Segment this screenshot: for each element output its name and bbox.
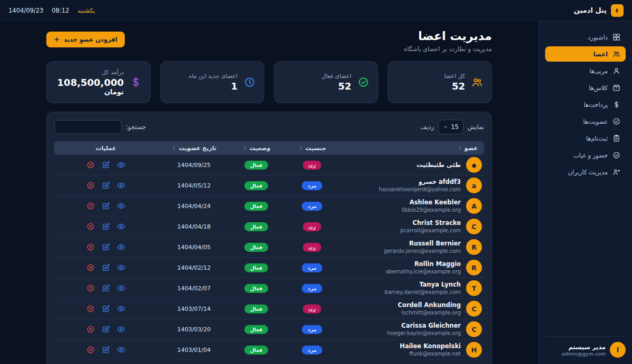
row-actions	[54, 325, 157, 333]
row-actions	[54, 304, 157, 313]
edit-icon[interactable]	[102, 202, 110, 210]
member-text: Hailee Konopelskiffunk@example.net	[400, 342, 461, 357]
eye-icon[interactable]	[117, 161, 125, 169]
delete-icon[interactable]	[86, 222, 95, 231]
sidebar-item[interactable]: حضور و غیاب	[545, 147, 626, 163]
page-size-select[interactable]: 15	[438, 120, 463, 134]
status-cell: فعال	[231, 222, 282, 231]
page-size-value: 15	[451, 123, 459, 131]
member-avatar: H	[466, 342, 482, 358]
show-label: نمایش	[468, 123, 484, 131]
column-header[interactable]: عضو	[342, 145, 484, 152]
rows-label: ردیف	[420, 123, 434, 131]
delete-icon[interactable]	[86, 161, 95, 169]
eye-icon[interactable]	[117, 325, 125, 333]
delete-icon[interactable]	[86, 181, 95, 190]
delete-icon[interactable]	[86, 202, 95, 210]
sort-icon	[298, 145, 303, 151]
eye-icon[interactable]	[117, 202, 125, 210]
date-label: 1404/09/23	[8, 7, 43, 14]
status-badge: فعال	[244, 202, 268, 211]
registrations-icon	[613, 134, 620, 142]
member-name: Ashlee Keebler	[401, 199, 461, 206]
sidebar-item[interactable]: ثبت‌نام‌ها	[545, 131, 626, 146]
eye-icon[interactable]	[117, 181, 125, 190]
member-email: pcarroll@example.com	[400, 227, 461, 234]
row-actions	[54, 243, 157, 251]
classes-icon	[613, 84, 620, 92]
member-text: Rollin Maggioabernathy.icie@example.org	[386, 260, 461, 275]
delete-icon[interactable]	[86, 325, 95, 333]
edit-icon[interactable]	[102, 346, 110, 354]
eye-icon[interactable]	[117, 304, 125, 313]
row-actions	[54, 161, 157, 169]
eye-icon[interactable]	[117, 263, 125, 272]
sidebar-item[interactable]: پرداخت‌ها	[545, 97, 626, 112]
member-text: Ashlee Keeblerlibbie29@example.org	[401, 199, 461, 213]
stat-unit: تومان	[57, 88, 124, 96]
member-name: Carissa Gleichner	[387, 322, 461, 330]
row-actions	[54, 181, 157, 190]
edit-icon[interactable]	[102, 161, 110, 169]
stat-card: کل اعضا52	[388, 61, 492, 103]
edit-icon[interactable]	[102, 304, 110, 313]
edit-icon[interactable]	[102, 243, 110, 251]
sidebar-item[interactable]: مدیریت کاربران	[545, 164, 626, 180]
members-icon	[613, 50, 620, 58]
stat-value: 108,500,000	[57, 77, 124, 88]
eye-icon[interactable]	[117, 284, 125, 292]
stat-label: اعضای فعال	[321, 73, 351, 80]
edit-icon[interactable]	[102, 325, 110, 333]
delete-icon[interactable]	[86, 284, 95, 292]
sidebar-item[interactable]: اعضا	[545, 46, 626, 62]
edit-icon[interactable]	[102, 263, 110, 272]
member-cell: ◆طئی طئیطئیت	[342, 157, 484, 173]
edit-icon[interactable]	[102, 222, 110, 231]
page-subtitle: مدیریت و نظارت بر اعضای باشگاه	[404, 45, 492, 53]
add-member-button[interactable]: افزودن عضو جدید	[46, 32, 125, 47]
stat-card: درآمد کل108,500,000تومان	[46, 61, 151, 103]
page-title: مدیریت اعضا	[404, 29, 492, 43]
edit-icon[interactable]	[102, 181, 110, 190]
sidebar-item[interactable]: کلاس‌ها	[545, 80, 626, 95]
sidebar-user-card[interactable]: ا مدیر سیستم admin@gym.com	[545, 336, 626, 358]
gender-cell: مرد	[282, 284, 342, 293]
eye-icon[interactable]	[117, 346, 125, 354]
gender-badge: مرد	[302, 325, 322, 334]
column-header[interactable]: تاریخ عضویت	[157, 145, 231, 152]
edit-icon[interactable]	[102, 284, 110, 292]
stat-text: اعضای فعال52	[321, 73, 351, 92]
plus-icon	[54, 36, 60, 43]
member-email: barney.daniel@example.com	[384, 289, 461, 296]
dashboard-icon	[613, 33, 620, 41]
member-cell: CCordell Ankundinglschmitt@example.org	[342, 301, 484, 317]
dollar-icon	[130, 76, 142, 88]
status-cell: فعال	[231, 304, 282, 313]
member-text: Cordell Ankundinglschmitt@example.org	[398, 301, 461, 316]
join-date: 1403/07/14	[157, 306, 231, 312]
delete-icon[interactable]	[86, 243, 95, 251]
table-row: TTanya Lynchbarney.daniel@example.comمرد…	[54, 278, 484, 299]
sort-icon	[171, 145, 176, 151]
sidebar-item[interactable]: عضویت‌ها	[545, 114, 626, 129]
delete-icon[interactable]	[86, 263, 95, 272]
member-cell: aafddf3 خسروhassankhosrojerdi@yahoo.com	[342, 178, 484, 193]
stat-value: 52	[444, 81, 465, 92]
delete-icon[interactable]	[86, 346, 95, 354]
column-header[interactable]: جنسیت	[282, 145, 342, 152]
sidebar-item[interactable]: داشبورد	[545, 29, 626, 45]
sidebar-item[interactable]: مربی‌ها	[545, 63, 626, 78]
member-cell: RRussell Berniergerardo.jones@example.co…	[342, 239, 484, 255]
eye-icon[interactable]	[117, 222, 125, 231]
sort-icon	[457, 145, 462, 151]
member-name: Christ Stracke	[400, 219, 461, 227]
member-email: libbie29@example.org	[401, 206, 461, 213]
status-cell: فعال	[231, 263, 282, 272]
sidebar-item-label: داشبورد	[588, 34, 608, 41]
eye-icon[interactable]	[117, 243, 125, 251]
column-header[interactable]: وضعیت	[231, 145, 282, 152]
user-email: admin@gym.com	[562, 351, 606, 357]
column-header-label: وضعیت	[250, 145, 271, 152]
delete-icon[interactable]	[86, 304, 95, 313]
search-input[interactable]	[54, 120, 122, 134]
